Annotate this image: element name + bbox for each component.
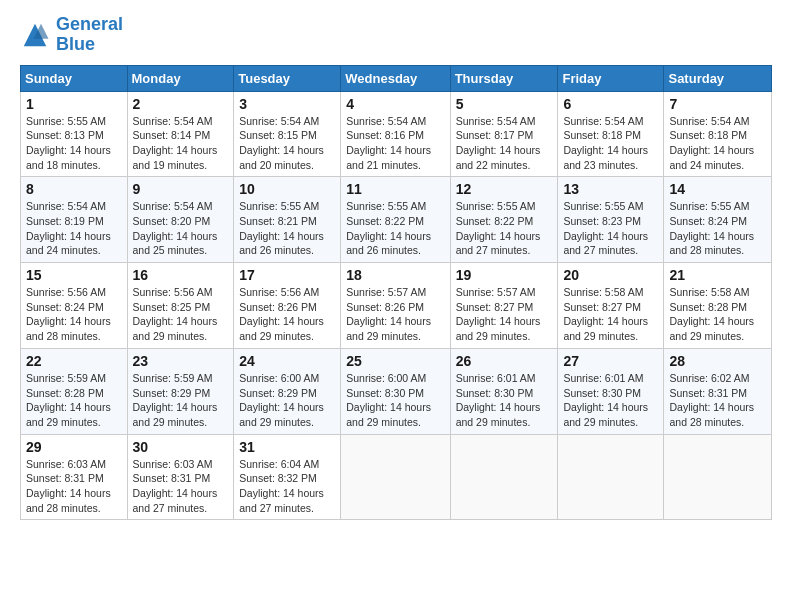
day-number: 17 — [239, 267, 335, 283]
calendar-cell: 19 Sunrise: 5:57 AMSunset: 8:27 PMDaylig… — [450, 263, 558, 349]
day-number: 24 — [239, 353, 335, 369]
day-number: 3 — [239, 96, 335, 112]
day-info: Sunrise: 5:55 AMSunset: 8:22 PMDaylight:… — [456, 200, 541, 256]
day-number: 15 — [26, 267, 122, 283]
day-info: Sunrise: 5:58 AMSunset: 8:27 PMDaylight:… — [563, 286, 648, 342]
day-number: 25 — [346, 353, 444, 369]
calendar-cell: 5 Sunrise: 5:54 AMSunset: 8:17 PMDayligh… — [450, 91, 558, 177]
page: General Blue SundayMondayTuesdayWednesda… — [0, 0, 792, 535]
day-info: Sunrise: 5:55 AMSunset: 8:13 PMDaylight:… — [26, 115, 111, 171]
calendar-cell — [341, 434, 450, 520]
calendar-cell — [664, 434, 772, 520]
calendar-cell: 2 Sunrise: 5:54 AMSunset: 8:14 PMDayligh… — [127, 91, 234, 177]
calendar-cell: 24 Sunrise: 6:00 AMSunset: 8:29 PMDaylig… — [234, 348, 341, 434]
day-info: Sunrise: 5:59 AMSunset: 8:28 PMDaylight:… — [26, 372, 111, 428]
calendar-cell: 21 Sunrise: 5:58 AMSunset: 8:28 PMDaylig… — [664, 263, 772, 349]
day-number: 16 — [133, 267, 229, 283]
calendar-cell: 10 Sunrise: 5:55 AMSunset: 8:21 PMDaylig… — [234, 177, 341, 263]
day-number: 6 — [563, 96, 658, 112]
day-number: 4 — [346, 96, 444, 112]
calendar-week-row: 15 Sunrise: 5:56 AMSunset: 8:24 PMDaylig… — [21, 263, 772, 349]
day-info: Sunrise: 6:03 AMSunset: 8:31 PMDaylight:… — [26, 458, 111, 514]
calendar-header-row: SundayMondayTuesdayWednesdayThursdayFrid… — [21, 65, 772, 91]
calendar-cell: 14 Sunrise: 5:55 AMSunset: 8:24 PMDaylig… — [664, 177, 772, 263]
calendar-cell: 4 Sunrise: 5:54 AMSunset: 8:16 PMDayligh… — [341, 91, 450, 177]
day-number: 11 — [346, 181, 444, 197]
day-number: 27 — [563, 353, 658, 369]
day-info: Sunrise: 5:56 AMSunset: 8:25 PMDaylight:… — [133, 286, 218, 342]
day-number: 14 — [669, 181, 766, 197]
day-number: 31 — [239, 439, 335, 455]
calendar-cell: 26 Sunrise: 6:01 AMSunset: 8:30 PMDaylig… — [450, 348, 558, 434]
day-info: Sunrise: 5:57 AMSunset: 8:27 PMDaylight:… — [456, 286, 541, 342]
day-info: Sunrise: 6:04 AMSunset: 8:32 PMDaylight:… — [239, 458, 324, 514]
day-info: Sunrise: 6:01 AMSunset: 8:30 PMDaylight:… — [563, 372, 648, 428]
calendar-cell: 9 Sunrise: 5:54 AMSunset: 8:20 PMDayligh… — [127, 177, 234, 263]
day-info: Sunrise: 5:55 AMSunset: 8:23 PMDaylight:… — [563, 200, 648, 256]
day-number: 9 — [133, 181, 229, 197]
calendar-cell: 6 Sunrise: 5:54 AMSunset: 8:18 PMDayligh… — [558, 91, 664, 177]
calendar-cell: 29 Sunrise: 6:03 AMSunset: 8:31 PMDaylig… — [21, 434, 128, 520]
day-number: 28 — [669, 353, 766, 369]
calendar-cell: 20 Sunrise: 5:58 AMSunset: 8:27 PMDaylig… — [558, 263, 664, 349]
day-info: Sunrise: 5:56 AMSunset: 8:26 PMDaylight:… — [239, 286, 324, 342]
day-number: 10 — [239, 181, 335, 197]
day-number: 21 — [669, 267, 766, 283]
calendar-body: 1 Sunrise: 5:55 AMSunset: 8:13 PMDayligh… — [21, 91, 772, 520]
calendar-day-header: Friday — [558, 65, 664, 91]
day-info: Sunrise: 6:01 AMSunset: 8:30 PMDaylight:… — [456, 372, 541, 428]
calendar-day-header: Monday — [127, 65, 234, 91]
calendar-cell: 7 Sunrise: 5:54 AMSunset: 8:18 PMDayligh… — [664, 91, 772, 177]
day-info: Sunrise: 5:55 AMSunset: 8:22 PMDaylight:… — [346, 200, 431, 256]
day-info: Sunrise: 5:54 AMSunset: 8:18 PMDaylight:… — [563, 115, 648, 171]
day-info: Sunrise: 5:54 AMSunset: 8:14 PMDaylight:… — [133, 115, 218, 171]
calendar-cell — [558, 434, 664, 520]
calendar-day-header: Saturday — [664, 65, 772, 91]
day-info: Sunrise: 5:56 AMSunset: 8:24 PMDaylight:… — [26, 286, 111, 342]
calendar-cell: 25 Sunrise: 6:00 AMSunset: 8:30 PMDaylig… — [341, 348, 450, 434]
calendar-cell: 13 Sunrise: 5:55 AMSunset: 8:23 PMDaylig… — [558, 177, 664, 263]
day-info: Sunrise: 5:54 AMSunset: 8:18 PMDaylight:… — [669, 115, 754, 171]
day-info: Sunrise: 5:54 AMSunset: 8:20 PMDaylight:… — [133, 200, 218, 256]
calendar-cell: 8 Sunrise: 5:54 AMSunset: 8:19 PMDayligh… — [21, 177, 128, 263]
calendar-cell: 28 Sunrise: 6:02 AMSunset: 8:31 PMDaylig… — [664, 348, 772, 434]
calendar-cell: 27 Sunrise: 6:01 AMSunset: 8:30 PMDaylig… — [558, 348, 664, 434]
day-info: Sunrise: 5:58 AMSunset: 8:28 PMDaylight:… — [669, 286, 754, 342]
day-info: Sunrise: 6:00 AMSunset: 8:30 PMDaylight:… — [346, 372, 431, 428]
calendar-week-row: 29 Sunrise: 6:03 AMSunset: 8:31 PMDaylig… — [21, 434, 772, 520]
day-info: Sunrise: 5:54 AMSunset: 8:15 PMDaylight:… — [239, 115, 324, 171]
day-number: 26 — [456, 353, 553, 369]
day-number: 1 — [26, 96, 122, 112]
day-info: Sunrise: 5:59 AMSunset: 8:29 PMDaylight:… — [133, 372, 218, 428]
day-number: 2 — [133, 96, 229, 112]
calendar-cell: 22 Sunrise: 5:59 AMSunset: 8:28 PMDaylig… — [21, 348, 128, 434]
day-info: Sunrise: 5:54 AMSunset: 8:16 PMDaylight:… — [346, 115, 431, 171]
day-info: Sunrise: 6:02 AMSunset: 8:31 PMDaylight:… — [669, 372, 754, 428]
calendar-cell — [450, 434, 558, 520]
calendar-cell: 15 Sunrise: 5:56 AMSunset: 8:24 PMDaylig… — [21, 263, 128, 349]
logo: General Blue — [20, 15, 123, 55]
calendar-cell: 18 Sunrise: 5:57 AMSunset: 8:26 PMDaylig… — [341, 263, 450, 349]
calendar-day-header: Tuesday — [234, 65, 341, 91]
day-number: 12 — [456, 181, 553, 197]
day-info: Sunrise: 5:57 AMSunset: 8:26 PMDaylight:… — [346, 286, 431, 342]
calendar-cell: 12 Sunrise: 5:55 AMSunset: 8:22 PMDaylig… — [450, 177, 558, 263]
calendar-cell: 31 Sunrise: 6:04 AMSunset: 8:32 PMDaylig… — [234, 434, 341, 520]
day-info: Sunrise: 5:55 AMSunset: 8:21 PMDaylight:… — [239, 200, 324, 256]
day-number: 20 — [563, 267, 658, 283]
calendar-cell: 17 Sunrise: 5:56 AMSunset: 8:26 PMDaylig… — [234, 263, 341, 349]
day-number: 19 — [456, 267, 553, 283]
header: General Blue — [20, 15, 772, 55]
calendar-week-row: 1 Sunrise: 5:55 AMSunset: 8:13 PMDayligh… — [21, 91, 772, 177]
calendar-day-header: Wednesday — [341, 65, 450, 91]
calendar-cell: 23 Sunrise: 5:59 AMSunset: 8:29 PMDaylig… — [127, 348, 234, 434]
calendar-cell: 30 Sunrise: 6:03 AMSunset: 8:31 PMDaylig… — [127, 434, 234, 520]
calendar-cell: 1 Sunrise: 5:55 AMSunset: 8:13 PMDayligh… — [21, 91, 128, 177]
day-number: 29 — [26, 439, 122, 455]
logo-text: General Blue — [56, 15, 123, 55]
day-number: 5 — [456, 96, 553, 112]
day-number: 13 — [563, 181, 658, 197]
calendar-table: SundayMondayTuesdayWednesdayThursdayFrid… — [20, 65, 772, 521]
calendar-day-header: Sunday — [21, 65, 128, 91]
calendar-cell: 11 Sunrise: 5:55 AMSunset: 8:22 PMDaylig… — [341, 177, 450, 263]
